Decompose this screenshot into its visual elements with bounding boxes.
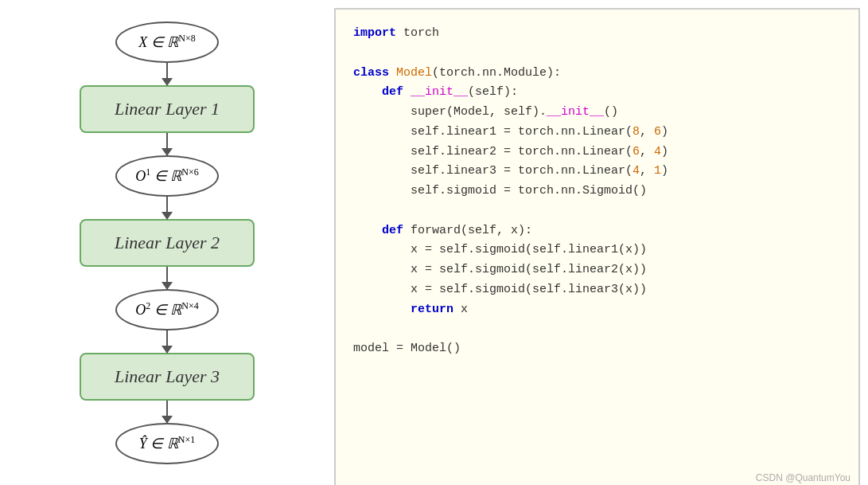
layer3-box: Linear Layer 3	[80, 353, 255, 401]
code-line-1: import torch	[353, 24, 841, 44]
flowchart-panel: X ∈ ℝN×8 Linear Layer 1 O1 ∈ ℝN×6 Linear…	[0, 0, 334, 485]
input-ellipse: X ∈ ℝN×8	[115, 22, 219, 63]
code-line-15: return x	[353, 300, 841, 320]
code-line-8: self.linear3 = torch.nn.Linear(4, 1)	[353, 162, 841, 182]
layer2-node: Linear Layer 2	[80, 219, 255, 267]
arrow-1	[166, 63, 168, 85]
watermark: CSDN @QuantumYou	[756, 471, 850, 485]
output1-node: O1 ∈ ℝN×6	[115, 155, 219, 197]
layer3-label: Linear Layer 3	[115, 366, 220, 387]
code-line-16	[353, 319, 841, 339]
code-line-12: x = self.sigmoid(self.linear1(x))	[353, 241, 841, 260]
output2-ellipse: O2 ∈ ℝN×4	[115, 289, 219, 331]
code-panel: import torch class Model(torch.nn.Module…	[334, 8, 860, 485]
code-line-7: self.linear2 = torch.nn.Linear(6, 4)	[353, 143, 841, 162]
input-node: X ∈ ℝN×8	[115, 22, 219, 63]
code-line-13: x = self.sigmoid(self.linear2(x))	[353, 260, 841, 280]
output3-ellipse: Ŷ ∈ ℝN×1	[115, 423, 219, 464]
code-line-5: super(Model, self).__init__()	[353, 103, 841, 123]
layer1-label: Linear Layer 1	[115, 99, 220, 119]
output1-ellipse: O1 ∈ ℝN×6	[115, 155, 219, 197]
arrow-6	[166, 401, 168, 423]
arrow-2	[166, 133, 168, 155]
code-line-10	[353, 201, 841, 221]
layer1-box: Linear Layer 1	[80, 85, 255, 133]
output2-node: O2 ∈ ℝN×4	[115, 289, 219, 331]
layer3-node: Linear Layer 3	[80, 353, 255, 401]
layer2-box: Linear Layer 2	[80, 219, 255, 267]
code-line-9: self.sigmoid = torch.nn.Sigmoid()	[353, 182, 841, 201]
code-line-4: def __init__(self):	[353, 83, 841, 103]
arrow-3	[166, 197, 168, 219]
arrow-5	[166, 331, 168, 353]
output3-node: Ŷ ∈ ℝN×1	[115, 423, 219, 464]
code-line-11: def forward(self, x):	[353, 221, 841, 241]
arrow-4	[166, 267, 168, 289]
code-line-3: class Model(torch.nn.Module):	[353, 64, 841, 84]
code-line-17: model = Model()	[353, 339, 841, 359]
layer1-node: Linear Layer 1	[80, 85, 255, 133]
code-line-2	[353, 44, 841, 64]
layer2-label: Linear Layer 2	[115, 233, 220, 253]
code-line-6: self.linear1 = torch.nn.Linear(8, 6)	[353, 123, 841, 143]
code-line-14: x = self.sigmoid(self.linear3(x))	[353, 280, 841, 300]
